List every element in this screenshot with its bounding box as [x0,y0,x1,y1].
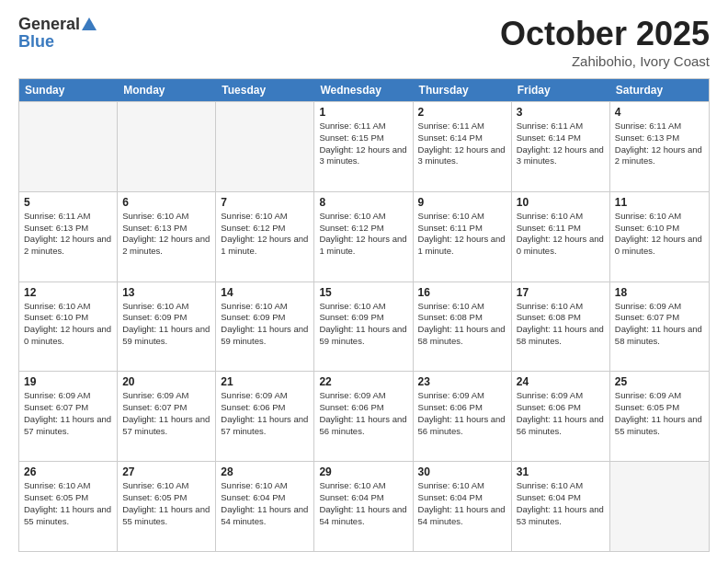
day-info: Sunrise: 6:10 AM Sunset: 6:09 PM Dayligh… [221,301,309,348]
title-section: October 2025 Zahibohio, Ivory Coast [500,15,710,69]
day-number: 18 [615,286,704,299]
day-info: Sunrise: 6:09 AM Sunset: 6:07 PM Dayligh… [24,390,112,437]
day-info: Sunrise: 6:10 AM Sunset: 6:08 PM Dayligh… [418,301,506,348]
cal-cell-r4-c0: 26Sunrise: 6:10 AM Sunset: 6:05 PM Dayli… [19,462,118,551]
weekday-saturday: Saturday [610,79,709,101]
cal-cell-r3-c0: 19Sunrise: 6:09 AM Sunset: 6:07 PM Dayli… [19,372,118,461]
cal-row-2: 5Sunrise: 6:11 AM Sunset: 6:13 PM Daylig… [19,191,709,282]
day-info: Sunrise: 6:10 AM Sunset: 6:08 PM Dayligh… [517,301,605,348]
day-info: Sunrise: 6:10 AM Sunset: 6:05 PM Dayligh… [122,480,210,527]
day-info: Sunrise: 6:11 AM Sunset: 6:14 PM Dayligh… [517,121,605,167]
svg-marker-0 [82,17,97,30]
cal-cell-r0-c1 [118,102,216,191]
cal-cell-r1-c1: 6Sunrise: 6:10 AM Sunset: 6:13 PM Daylig… [118,192,216,282]
cal-cell-r2-c2: 14Sunrise: 6:10 AM Sunset: 6:09 PM Dayli… [216,282,314,372]
cal-cell-r0-c3: 1Sunrise: 6:11 AM Sunset: 6:15 PM Daylig… [314,102,413,191]
cal-cell-r3-c1: 20Sunrise: 6:09 AM Sunset: 6:07 PM Dayli… [118,372,216,461]
cal-cell-r3-c6: 25Sunrise: 6:09 AM Sunset: 6:05 PM Dayli… [610,372,709,461]
day-info: Sunrise: 6:10 AM Sunset: 6:10 PM Dayligh… [24,301,112,348]
day-info: Sunrise: 6:10 AM Sunset: 6:12 PM Dayligh… [221,211,309,258]
day-number: 10 [517,196,605,209]
page: General Blue October 2025 Zahibohio, Ivo… [0,0,728,563]
cal-cell-r4-c2: 28Sunrise: 6:10 AM Sunset: 6:04 PM Dayli… [216,462,314,551]
day-info: Sunrise: 6:09 AM Sunset: 6:06 PM Dayligh… [319,390,407,437]
day-info: Sunrise: 6:09 AM Sunset: 6:05 PM Dayligh… [615,390,704,437]
weekday-tuesday: Tuesday [216,79,314,101]
cal-cell-r4-c6 [610,462,709,551]
logo-icon [81,16,97,32]
day-info: Sunrise: 6:10 AM Sunset: 6:05 PM Dayligh… [24,480,112,527]
day-number: 8 [319,196,407,209]
day-number: 20 [122,375,210,388]
cal-cell-r2-c4: 16Sunrise: 6:10 AM Sunset: 6:08 PM Dayli… [414,282,512,372]
day-number: 21 [221,375,309,388]
day-number: 5 [24,196,112,209]
day-info: Sunrise: 6:10 AM Sunset: 6:09 PM Dayligh… [122,301,210,348]
cal-cell-r0-c5: 3Sunrise: 6:11 AM Sunset: 6:14 PM Daylig… [512,102,610,191]
day-info: Sunrise: 6:10 AM Sunset: 6:11 PM Dayligh… [517,211,605,258]
calendar: Sunday Monday Tuesday Wednesday Thursday… [18,78,710,552]
weekday-wednesday: Wednesday [314,79,413,101]
cal-cell-r0-c2 [216,102,314,191]
cal-row-4: 19Sunrise: 6:09 AM Sunset: 6:07 PM Dayli… [19,371,709,461]
day-number: 11 [615,196,704,209]
cal-cell-r3-c5: 24Sunrise: 6:09 AM Sunset: 6:06 PM Dayli… [512,372,610,461]
cal-cell-r1-c2: 7Sunrise: 6:10 AM Sunset: 6:12 PM Daylig… [216,192,314,282]
cal-cell-r1-c0: 5Sunrise: 6:11 AM Sunset: 6:13 PM Daylig… [19,192,118,282]
cal-cell-r4-c5: 31Sunrise: 6:10 AM Sunset: 6:04 PM Dayli… [512,462,610,551]
cal-cell-r1-c3: 8Sunrise: 6:10 AM Sunset: 6:12 PM Daylig… [314,192,413,282]
day-info: Sunrise: 6:09 AM Sunset: 6:06 PM Dayligh… [221,390,309,437]
calendar-body: 1Sunrise: 6:11 AM Sunset: 6:15 PM Daylig… [19,101,709,551]
cal-cell-r0-c0 [19,102,118,191]
day-number: 17 [517,286,605,299]
day-number: 9 [418,196,506,209]
day-number: 7 [221,196,309,209]
cal-cell-r0-c4: 2Sunrise: 6:11 AM Sunset: 6:14 PM Daylig… [414,102,512,191]
day-number: 24 [517,375,605,388]
cal-cell-r2-c6: 18Sunrise: 6:09 AM Sunset: 6:07 PM Dayli… [610,282,709,372]
day-info: Sunrise: 6:10 AM Sunset: 6:04 PM Dayligh… [221,480,309,527]
day-info: Sunrise: 6:09 AM Sunset: 6:06 PM Dayligh… [517,390,605,437]
day-info: Sunrise: 6:11 AM Sunset: 6:13 PM Dayligh… [615,121,704,167]
day-number: 2 [418,106,506,119]
logo: General Blue [18,15,97,52]
cal-row-1: 1Sunrise: 6:11 AM Sunset: 6:15 PM Daylig… [19,101,709,191]
day-number: 26 [24,465,112,478]
day-info: Sunrise: 6:09 AM Sunset: 6:07 PM Dayligh… [615,301,704,348]
day-number: 28 [221,465,309,478]
day-info: Sunrise: 6:10 AM Sunset: 6:04 PM Dayligh… [319,480,407,527]
logo-general: General [18,15,80,34]
day-number: 27 [122,465,210,478]
day-number: 22 [319,375,407,388]
cal-cell-r3-c4: 23Sunrise: 6:09 AM Sunset: 6:06 PM Dayli… [414,372,512,461]
cal-cell-r2-c3: 15Sunrise: 6:10 AM Sunset: 6:09 PM Dayli… [314,282,413,372]
title-location: Zahibohio, Ivory Coast [500,53,710,69]
weekday-monday: Monday [118,79,216,101]
day-info: Sunrise: 6:09 AM Sunset: 6:07 PM Dayligh… [122,390,210,437]
cal-cell-r1-c6: 11Sunrise: 6:10 AM Sunset: 6:10 PM Dayli… [610,192,709,282]
cal-cell-r2-c1: 13Sunrise: 6:10 AM Sunset: 6:09 PM Dayli… [118,282,216,372]
day-number: 15 [319,286,407,299]
day-number: 14 [221,286,309,299]
calendar-header: Sunday Monday Tuesday Wednesday Thursday… [19,79,709,101]
day-info: Sunrise: 6:10 AM Sunset: 6:10 PM Dayligh… [615,211,704,258]
day-info: Sunrise: 6:09 AM Sunset: 6:06 PM Dayligh… [418,390,506,437]
day-number: 4 [615,106,704,119]
day-info: Sunrise: 6:10 AM Sunset: 6:13 PM Dayligh… [122,211,210,258]
title-month: October 2025 [500,15,710,53]
day-number: 12 [24,286,112,299]
day-number: 30 [418,465,506,478]
day-number: 13 [122,286,210,299]
cal-cell-r0-c6: 4Sunrise: 6:11 AM Sunset: 6:13 PM Daylig… [610,102,709,191]
cal-cell-r4-c4: 30Sunrise: 6:10 AM Sunset: 6:04 PM Dayli… [414,462,512,551]
day-number: 23 [418,375,506,388]
logo-blue: Blue [18,32,54,52]
day-number: 25 [615,375,704,388]
cal-cell-r2-c5: 17Sunrise: 6:10 AM Sunset: 6:08 PM Dayli… [512,282,610,372]
cal-cell-r3-c2: 21Sunrise: 6:09 AM Sunset: 6:06 PM Dayli… [216,372,314,461]
cal-cell-r2-c0: 12Sunrise: 6:10 AM Sunset: 6:10 PM Dayli… [19,282,118,372]
weekday-friday: Friday [512,79,610,101]
day-number: 19 [24,375,112,388]
day-info: Sunrise: 6:10 AM Sunset: 6:11 PM Dayligh… [418,211,506,258]
day-info: Sunrise: 6:10 AM Sunset: 6:12 PM Dayligh… [319,211,407,258]
